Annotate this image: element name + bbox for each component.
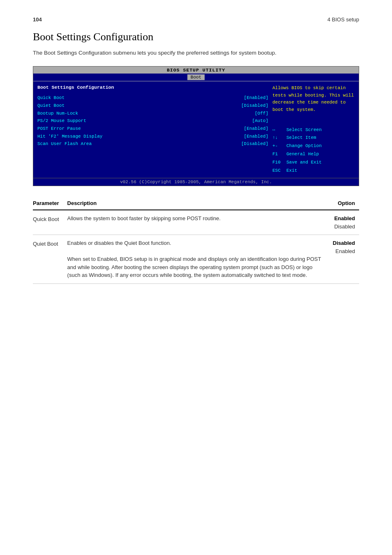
cell-parameter: Quiet Boot (33, 235, 67, 284)
page-title: Boot Settings Configuration (33, 31, 359, 43)
page-description: The Boot Settings Configuration submenu … (33, 49, 359, 57)
bios-key-label: General Help (286, 150, 319, 159)
option-value: Disabled (333, 223, 355, 231)
cell-description: Enables or disables the Quiet Boot funct… (67, 235, 329, 284)
bios-item-value: [Enabled] (244, 94, 268, 102)
col-header-parameter: Parameter (33, 198, 67, 210)
bios-section-title: Boot Settings Configuration (37, 85, 268, 90)
parameter-table: Parameter Description Option Quick BootA… (33, 198, 359, 284)
bios-menu-item: Scan User Flash Area[Disabled] (37, 140, 268, 148)
bios-tab: Boot (187, 74, 205, 80)
bios-key-label: Exit (286, 167, 297, 175)
bios-right-panel: Allows BIOS to skip certain tests while … (272, 85, 355, 175)
bios-screenshot: BIOS SETUP UTILITY Boot Boot Settings Co… (33, 66, 359, 186)
bios-item-value: [Enabled] (244, 125, 268, 133)
bios-key-label: Select Screen (286, 126, 322, 134)
bios-menu-item: PS/2 Mouse Support[Auto] (37, 117, 268, 125)
bios-menu-item: POST Error Pause[Enabled] (37, 125, 268, 133)
bios-key: ESC (272, 167, 284, 175)
bios-key-row: ↔Select Screen (272, 126, 355, 134)
option-value: Enabled (333, 214, 355, 223)
bios-item-value: [Disabled] (241, 102, 268, 110)
page-number: 104 (33, 16, 42, 23)
bios-item-label: Scan User Flash Area (37, 140, 92, 148)
col-header-description: Description (67, 198, 329, 210)
bios-footer: v02.56 (C)Copyright 1985-2005, American … (33, 178, 359, 186)
table-row: Quiet BootEnables or disables the Quiet … (33, 235, 359, 284)
bios-keys: ↔Select Screen↑↓Select Item+-Change Opti… (272, 126, 355, 175)
bios-item-value: [Off] (255, 110, 268, 117)
bios-left-panel: Boot Settings Configuration Quick Boot[E… (37, 85, 272, 175)
bios-key: F10 (272, 159, 284, 167)
bios-key: ↔ (272, 126, 284, 134)
bios-item-label: PS/2 Mouse Support (37, 117, 86, 125)
cell-parameter: Quick Boot (33, 210, 67, 235)
bios-key-row: +-Change Option (272, 142, 355, 150)
bios-key: ↑↓ (272, 134, 284, 142)
bios-content: Boot Settings Configuration Quick Boot[E… (33, 81, 359, 178)
col-header-option: Option (329, 198, 359, 210)
bios-item-value: [Auto] (252, 117, 268, 125)
bios-item-label: POST Error Pause (37, 125, 81, 133)
bios-key-label: Select Item (286, 134, 316, 142)
chapter-ref: 4 BIOS setup (327, 16, 359, 23)
bios-item-label: Quick Boot (37, 94, 65, 102)
bios-key-row: ESCExit (272, 167, 355, 175)
bios-help-text: Allows BIOS to skip certain tests while … (272, 85, 355, 113)
bios-tab-bar: Boot (33, 74, 359, 81)
bios-menu-item: Quick Boot[Enabled] (37, 94, 268, 102)
bios-menu-item: Quiet Boot[Disabled] (37, 102, 268, 110)
cell-option: EnabledDisabled (329, 210, 359, 235)
bios-title-bar: BIOS SETUP UTILITY (33, 67, 359, 74)
bios-menu-items: Quick Boot[Enabled]Quiet Boot[Disabled]B… (37, 94, 268, 148)
bios-key: F1 (272, 150, 284, 159)
bios-item-label: Hit 'F2' Message Display (37, 133, 102, 140)
cell-option: DisabledEnabled (329, 235, 359, 284)
bios-menu-item: Bootup Num-Lock[Off] (37, 110, 268, 117)
bios-key: +- (272, 142, 284, 150)
bios-item-label: Bootup Num-Lock (37, 110, 78, 117)
bios-key-row: F10Save and Exit (272, 159, 355, 167)
option-value: Disabled (333, 239, 355, 247)
option-value: Enabled (333, 247, 355, 256)
table-row: Quick BootAllows the system to boot fast… (33, 210, 359, 235)
bios-key-label: Save and Exit (286, 159, 322, 167)
bios-key-label: Change Option (286, 142, 322, 150)
bios-key-row: F1General Help (272, 150, 355, 159)
bios-menu-item: Hit 'F2' Message Display[Enabled] (37, 133, 268, 140)
cell-description: Allows the system to boot faster by skip… (67, 210, 329, 235)
bios-key-row: ↑↓Select Item (272, 134, 355, 142)
table-header-row: Parameter Description Option (33, 198, 359, 210)
bios-item-value: [Enabled] (244, 133, 268, 140)
page-header: 104 4 BIOS setup (33, 16, 359, 23)
bios-item-label: Quiet Boot (37, 102, 65, 110)
bios-item-value: [Disabled] (241, 140, 268, 148)
